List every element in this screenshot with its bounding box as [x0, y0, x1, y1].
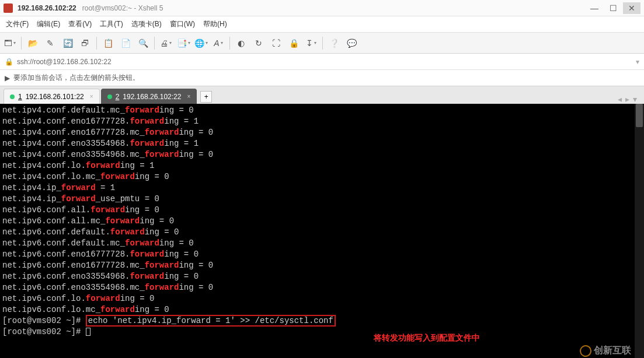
hint-arrow-icon[interactable]: ▶: [5, 74, 10, 82]
address-url[interactable]: ssh://root@192.168.26.102:22: [17, 58, 112, 66]
window-title-main: 192.168.26.102:22: [18, 4, 76, 12]
maximize-button[interactable]: ☐: [604, 2, 622, 14]
separator: [322, 37, 323, 50]
toolbar: 🗔 📂 ✎ 🔄 🗗 📋 📄 🔍 🖨 📑 🌐 A ◐ ↻ ⛶ 🔒 ↧ ❔ 💬: [0, 33, 644, 54]
terminal-line: net.ipv6.conf.eno16777728.forwarding = 0: [2, 249, 632, 260]
hint-text: 要添加当前会话，点击左侧的箭头按钮。: [13, 73, 140, 83]
disconnect-icon[interactable]: 🗗: [79, 37, 92, 50]
terminal-line: net.ipv6.conf.lo.mc_forwarding = 0: [2, 304, 632, 315]
lock-small-icon: 🔒: [5, 58, 13, 66]
tab-list-icon[interactable]: ▾: [633, 94, 637, 104]
tab-index: 2: [116, 93, 120, 101]
terminal-scrollbar[interactable]: [635, 104, 644, 358]
terminal-line: net.ipv4.ip_forward_use_pmtu = 0: [2, 194, 632, 205]
menu-tools[interactable]: 工具(T): [100, 19, 123, 29]
watermark-icon: [578, 343, 593, 358]
menu-window[interactable]: 窗口(W): [170, 19, 195, 29]
find-icon[interactable]: 🔍: [137, 37, 149, 50]
cursor: [86, 328, 90, 336]
window-title-sub: root@vms002:~ - Xshell 5: [82, 4, 163, 12]
color-icon[interactable]: ◐: [235, 37, 248, 50]
close-button[interactable]: ✕: [623, 2, 640, 14]
transfer-icon[interactable]: ↧: [305, 37, 318, 50]
status-dot-icon: [10, 94, 15, 99]
terminal-line: net.ipv6.conf.eno33554968.forwarding = 0: [2, 271, 632, 282]
terminal[interactable]: net.ipv4.conf.default.mc_forwarding = 0n…: [0, 104, 635, 358]
minimize-button[interactable]: —: [586, 2, 603, 14]
menu-file[interactable]: 文件(F): [6, 19, 29, 29]
watermark: 创新互联: [580, 345, 631, 357]
terminal-line: net.ipv6.conf.all.mc_forwarding = 0: [2, 216, 632, 227]
terminal-line: net.ipv6.conf.default.forwarding = 0: [2, 227, 632, 238]
print-icon[interactable]: 🖨: [159, 37, 172, 50]
scrollbar-thumb[interactable]: [636, 104, 643, 127]
titlebar: 192.168.26.102:22 root@vms002:~ - Xshell…: [0, 0, 644, 16]
open-icon[interactable]: 📂: [26, 37, 39, 50]
paste-icon[interactable]: 📄: [119, 37, 132, 50]
hint-bar: ▶ 要添加当前会话，点击左侧的箭头按钮。: [0, 70, 644, 86]
fullscreen-icon[interactable]: ⛶: [270, 37, 283, 50]
separator: [96, 37, 97, 50]
separator: [154, 37, 155, 50]
address-bar[interactable]: 🔒 ssh://root@192.168.26.102:22 ▾: [0, 54, 644, 70]
app-icon: [4, 3, 13, 13]
separator: [21, 37, 22, 50]
menubar: 文件(F) 编辑(E) 查看(V) 工具(T) 选项卡(B) 窗口(W) 帮助(…: [0, 16, 644, 33]
shell-prompt: [root@vms002 ~]#: [2, 316, 86, 325]
menu-view[interactable]: 查看(V): [68, 19, 92, 29]
properties-icon[interactable]: 📑: [177, 37, 190, 50]
terminal-line: net.ipv4.conf.eno33554968.mc_forwarding …: [2, 149, 632, 160]
new-session-icon[interactable]: 🗔: [4, 37, 16, 50]
tab-index: 1: [18, 93, 22, 101]
compose-icon[interactable]: 💬: [345, 37, 358, 50]
tab-label: 192.168.26.101:22: [26, 93, 84, 101]
watermark-text: 创新互联: [594, 346, 631, 357]
menu-tab[interactable]: 选项卡(B): [131, 19, 162, 29]
annotation-text: 将转发功能写入到配置文件中: [374, 333, 480, 344]
terminal-line: net.ipv4.conf.eno16777728.mc_forwarding …: [2, 127, 632, 138]
font-icon[interactable]: A: [212, 37, 225, 50]
separator: [229, 37, 230, 50]
tab-close-icon[interactable]: ×: [90, 93, 93, 100]
terminal-line: net.ipv6.conf.eno16777728.mc_forwarding …: [2, 260, 632, 271]
terminal-line: net.ipv4.conf.default.mc_forwarding = 0: [2, 105, 632, 116]
status-dot-icon: [107, 94, 112, 99]
menu-help[interactable]: 帮助(H): [203, 19, 227, 29]
terminal-line: net.ipv6.conf.default.mc_forwarding = 0: [2, 238, 632, 249]
highlighted-command: echo 'net.ipv4.ip_forward = 1' >> /etc/s…: [86, 315, 336, 327]
lock-icon[interactable]: 🔒: [287, 37, 300, 50]
reconnect-icon[interactable]: 🔄: [61, 37, 74, 50]
terminal-line: net.ipv4.conf.eno16777728.forwarding = 1: [2, 116, 632, 127]
terminal-line: net.ipv6.conf.lo.forwarding = 0: [2, 293, 632, 304]
tab-close-icon[interactable]: ×: [187, 93, 190, 100]
menu-edit[interactable]: 编辑(E): [37, 19, 60, 29]
terminal-line: net.ipv4.conf.lo.mc_forwarding = 0: [2, 171, 632, 182]
session-tab-1[interactable]: 1 192.168.26.101:22 ×: [4, 89, 100, 104]
terminal-line: net.ipv4.ip_forward = 1: [2, 182, 632, 194]
terminal-line: net.ipv6.conf.eno33554968.mc_forwarding …: [2, 282, 632, 293]
save-icon[interactable]: ✎: [44, 37, 57, 50]
help-icon[interactable]: ❔: [328, 37, 340, 50]
copy-icon[interactable]: 📋: [102, 37, 114, 50]
terminal-line: net.ipv4.conf.lo.forwarding = 1: [2, 160, 632, 171]
address-dropdown-icon[interactable]: ▾: [636, 58, 639, 66]
add-tab-button[interactable]: +: [200, 91, 212, 103]
tab-label: 192.168.26.102:22: [123, 93, 181, 101]
refresh-icon[interactable]: ↻: [252, 37, 265, 50]
terminal-container: net.ipv4.conf.default.mc_forwarding = 0n…: [0, 104, 644, 358]
tab-next-icon[interactable]: ▸: [625, 94, 629, 104]
tab-prev-icon[interactable]: ◂: [618, 94, 622, 104]
terminal-line: net.ipv4.conf.eno33554968.forwarding = 1: [2, 138, 632, 149]
tab-bar: 1 192.168.26.101:22 × 2 192.168.26.102:2…: [0, 86, 644, 104]
session-tab-2[interactable]: 2 192.168.26.102:22 ×: [101, 89, 197, 104]
globe-icon[interactable]: 🌐: [194, 37, 207, 50]
terminal-line: net.ipv6.conf.all.forwarding = 0: [2, 205, 632, 216]
shell-prompt: [root@vms002 ~]#: [2, 327, 86, 336]
